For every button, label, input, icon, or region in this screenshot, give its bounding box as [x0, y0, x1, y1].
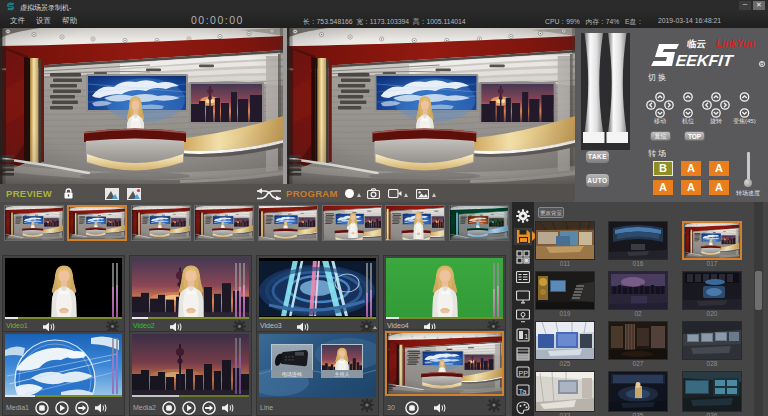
svg-text:变焦(45): 变焦(45)	[733, 117, 756, 125]
svg-text:旋转: 旋转	[710, 118, 722, 125]
svg-text:Ta: Ta	[519, 387, 528, 396]
svg-text:EEKFIT: EEKFIT	[675, 52, 735, 70]
svg-text:移动: 移动	[654, 118, 666, 125]
svg-text:1: 1	[524, 332, 529, 341]
svg-text:PP: PP	[519, 370, 529, 377]
svg-text:机位: 机位	[682, 118, 694, 124]
